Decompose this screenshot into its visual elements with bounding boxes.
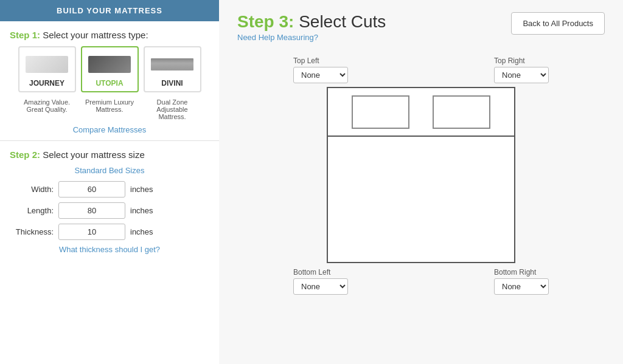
pillow-right: [433, 95, 490, 129]
length-unit: inches: [130, 206, 153, 215]
top-right-label: Top Right: [494, 57, 525, 65]
bottom-left-selector-group: Bottom Left None Small Medium Large: [293, 268, 348, 295]
right-panel: Step 3: Select Cuts Need Help Measuring?…: [219, 0, 623, 364]
utopia-image: [86, 52, 134, 77]
left-header-text: BUILD YOUR MATTRESS: [57, 6, 162, 15]
bottom-left-label: Bottom Left: [293, 268, 330, 276]
mattress-card-divini[interactable]: DIVINI: [144, 46, 201, 92]
top-right-select[interactable]: None Small Medium Large: [494, 67, 549, 83]
step3-desc: Select Cuts: [299, 12, 386, 31]
thickness-row: Thickness: inches: [10, 224, 209, 240]
length-row: Length: inches: [10, 202, 209, 219]
mattress-diagram: [327, 87, 515, 263]
standard-sizes-container: Standard Bed Sizes: [10, 166, 209, 175]
utopia-desc: Premium Luxury Mattress.: [81, 98, 139, 120]
standard-sizes-link[interactable]: Standard Bed Sizes: [75, 166, 145, 175]
step2-desc: Select your mattress size: [43, 149, 145, 160]
bottom-selectors: Bottom Left None Small Medium Large Bott…: [293, 268, 549, 295]
bottom-right-selector-group: Bottom Right None Small Medium Large: [494, 268, 549, 295]
mattress-card-utopia[interactable]: UTOPIA: [81, 46, 139, 92]
mattress-cards: JOURNEY UTOPIA DIVINI: [10, 46, 209, 92]
pillow-left: [352, 95, 409, 129]
divini-image: [148, 52, 197, 77]
utopia-shape: [88, 56, 131, 73]
mattress-card-journey[interactable]: JOURNEY: [18, 46, 76, 92]
width-row: Width: inches: [10, 181, 209, 197]
help-measuring-link[interactable]: Need Help Measuring?: [237, 33, 318, 42]
thickness-help-link[interactable]: What thickness should I get?: [59, 245, 160, 254]
thickness-help-container: What thickness should I get?: [10, 245, 209, 254]
mattress-descriptions: Amazing Value. Great Quality. Premium Lu…: [10, 98, 209, 120]
length-input[interactable]: [58, 202, 125, 219]
step2-section: Step 2: Select your mattress size Standa…: [0, 141, 219, 261]
step2-num: Step 2:: [10, 149, 40, 160]
step3-title: Step 3: Select Cuts: [237, 12, 386, 32]
width-label: Width:: [10, 185, 58, 194]
journey-desc: Amazing Value. Great Quality.: [18, 98, 76, 120]
length-label: Length:: [10, 206, 58, 215]
width-input[interactable]: [58, 181, 125, 197]
utopia-name: UTOPIA: [86, 79, 134, 88]
step2-title: Step 2: Select your mattress size: [10, 149, 209, 160]
top-selectors: Top Left None Small Medium Large Top Rig…: [293, 57, 549, 83]
diagram-top: [327, 87, 515, 136]
left-panel: BUILD YOUR MATTRESS Step 1: Select your …: [0, 0, 219, 364]
journey-name: JOURNEY: [23, 79, 71, 88]
journey-image: [23, 52, 71, 77]
diagram-bottom: [327, 136, 515, 263]
thickness-input[interactable]: [58, 224, 125, 240]
divini-name: DIVINI: [148, 79, 197, 88]
top-left-selector-group: Top Left None Small Medium Large: [293, 57, 348, 83]
step3-title-container: Step 3: Select Cuts Need Help Measuring?: [237, 12, 386, 54]
left-header: BUILD YOUR MATTRESS: [0, 0, 219, 21]
step1-desc: Select your mattress type:: [43, 30, 148, 40]
bottom-right-label: Bottom Right: [494, 268, 536, 276]
width-unit: inches: [130, 185, 153, 194]
top-right-selector-group: Top Right None Small Medium Large: [494, 57, 549, 83]
thickness-label: Thickness:: [10, 227, 58, 236]
right-header: Step 3: Select Cuts Need Help Measuring?…: [237, 12, 605, 54]
step3-num: Step 3:: [237, 12, 294, 31]
step1-section: Step 1: Select your mattress type: JOURN…: [0, 21, 219, 141]
top-left-select[interactable]: None Small Medium Large: [293, 67, 348, 83]
top-left-label: Top Left: [293, 57, 319, 65]
bottom-right-select[interactable]: None Small Medium Large: [494, 278, 549, 295]
thickness-unit: inches: [130, 227, 153, 236]
step1-num: Step 1:: [10, 30, 40, 40]
cuts-area: Top Left None Small Medium Large Top Rig…: [237, 57, 605, 352]
journey-shape: [26, 56, 68, 73]
compare-mattresses-link[interactable]: Compare Mattresses: [73, 125, 147, 134]
bottom-left-select[interactable]: None Small Medium Large: [293, 278, 348, 295]
divini-desc: Dual Zone Adjustable Mattress.: [144, 98, 201, 120]
compare-link-container: Compare Mattresses: [10, 125, 209, 134]
back-to-products-button[interactable]: Back to All Products: [511, 12, 605, 35]
divini-shape: [151, 58, 193, 70]
step1-title: Step 1: Select your mattress type:: [10, 30, 209, 40]
